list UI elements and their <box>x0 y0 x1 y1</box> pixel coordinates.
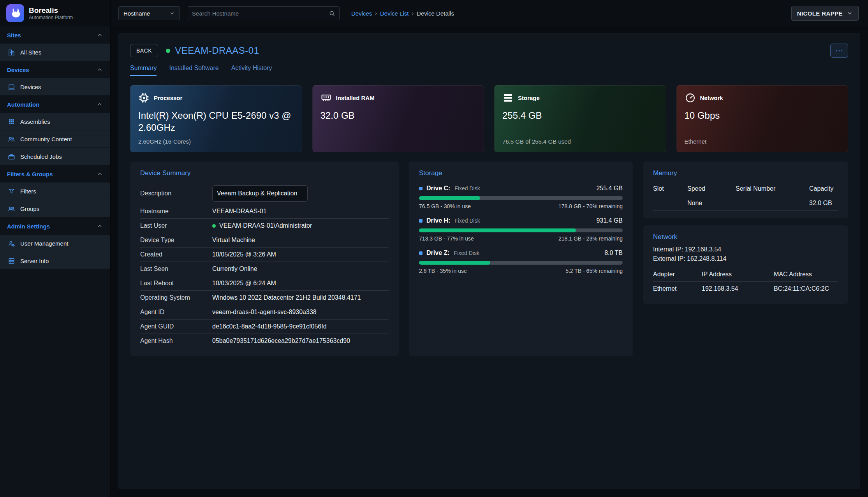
sidebar-section-admin-settings[interactable]: Admin Settings <box>0 218 110 235</box>
summary-row-last-seen: Last Seen Currently Online <box>140 262 389 276</box>
breadcrumb-device-list[interactable]: Device List <box>380 10 408 17</box>
search-input[interactable] <box>192 10 329 17</box>
laptop-icon <box>8 83 15 91</box>
chevron-up-icon <box>96 101 103 108</box>
table-cell: BC:24:11:CA:C6:2C <box>774 282 838 296</box>
summary-row-agent-hash: Agent Hash 05ba0e7935171d626ecea29b27d7a… <box>140 334 389 348</box>
sidebar-item-devices[interactable]: Devices <box>0 78 110 96</box>
card-footer: Ethernet <box>685 138 840 145</box>
drive-usage-bar <box>419 196 623 200</box>
row-value: Virtual Machine <box>212 237 255 244</box>
user-menu-button[interactable]: NICOLE RAPPE <box>791 6 859 21</box>
storage-stack-icon <box>502 92 514 104</box>
sidebar-item-community-content[interactable]: Community Content <box>0 130 110 148</box>
internal-ip: Internal IP: 192.168.3.54 <box>653 245 838 254</box>
borealis-logo-icon <box>6 4 24 22</box>
row-value: Currently Online <box>212 265 257 272</box>
drive-remaining-text: 178.8 GB - 70% remaining <box>558 203 623 209</box>
breadcrumb: Devices › Device List › Device Details <box>351 10 454 17</box>
card-value: 255.4 GB <box>502 109 658 121</box>
brand-header[interactable]: Borealis Automation Platform <box>0 0 110 26</box>
summary-row-device-type: Device Type Virtual Machine <box>140 233 389 248</box>
more-actions-button[interactable]: ⋯ <box>830 44 848 58</box>
row-label: Operating System <box>140 294 212 301</box>
drive-type: Fixed Disk <box>454 185 480 191</box>
section-label: Admin Settings <box>7 223 50 230</box>
page-title: VEEAM-DRAAS-01 <box>175 45 259 56</box>
row-value: VEEAM-DRAAS-01\Administrator <box>212 222 312 229</box>
topbar: Hostname Devices › Device List › Device … <box>111 0 868 26</box>
network-speed-icon <box>685 92 696 104</box>
back-button[interactable]: BACK <box>130 44 158 57</box>
panel-title: Memory <box>653 169 838 177</box>
drive-name: Drive Z: <box>426 249 450 256</box>
ram-card: Installed RAM 32.0 GB <box>312 85 484 152</box>
ip-summary: Internal IP: 192.168.3.54 External IP: 1… <box>653 245 838 263</box>
drive-icon <box>419 187 423 190</box>
sidebar-item-label: Assemblies <box>20 118 50 125</box>
main-column: Hostname Devices › Device List › Device … <box>111 0 868 497</box>
card-title: Installed RAM <box>336 95 375 101</box>
sidebar-section-sites[interactable]: Sites <box>0 26 110 44</box>
funnel-icon <box>8 188 15 195</box>
drive-size: 931.4 GB <box>596 217 623 224</box>
drive-row-h: Drive H: Fixed Disk 931.4 GB 713.3 GB - … <box>419 217 623 242</box>
drive-size: 8.0 TB <box>604 249 623 256</box>
drive-name: Drive C: <box>426 185 450 192</box>
dropdown-value: Hostname <box>123 10 150 17</box>
sidebar-item-all-sites[interactable]: All Sites <box>0 44 110 61</box>
row-value: VEEAM-DRAAS-01 <box>212 208 267 215</box>
card-footer <box>320 138 476 145</box>
sidebar-item-user-management[interactable]: User Management <box>0 235 110 252</box>
sidebar-item-label: Community Content <box>20 136 72 142</box>
sidebar-item-filters[interactable]: Filters <box>0 183 110 200</box>
summary-row-created: Created 10/05/2025 @ 3:26 AM <box>140 248 389 262</box>
row-label: Last Reboot <box>140 280 212 287</box>
sidebar-item-assemblies[interactable]: Assemblies <box>0 113 110 130</box>
column-header: Capacity <box>809 182 838 196</box>
sidebar-item-scheduled-jobs[interactable]: Scheduled Jobs <box>0 148 110 165</box>
chevron-up-icon <box>96 223 103 230</box>
panel-title: Device Summary <box>140 169 389 177</box>
page-header: BACK VEEAM-DRAAS-01 ⋯ <box>130 44 848 58</box>
summary-row-last-user: Last User VEEAM-DRAAS-01\Administrator <box>140 219 389 233</box>
app-root: Borealis Automation Platform Sites All S… <box>0 0 868 497</box>
search-icon[interactable] <box>329 10 335 17</box>
sidebar-item-label: User Management <box>20 240 68 247</box>
drive-used-text: 713.3 GB - 77% in use <box>419 235 474 242</box>
chevron-up-icon <box>96 170 103 177</box>
breadcrumb-devices[interactable]: Devices <box>351 10 372 17</box>
ram-icon <box>320 92 332 104</box>
column-header: Speed <box>687 182 736 196</box>
sidebar-section-automation[interactable]: Automation <box>0 96 110 113</box>
row-value: de16c0c1-8aa2-4d18-9585-9ce91cf056fd <box>212 323 327 330</box>
description-input[interactable] <box>212 185 308 202</box>
sidebar-section-filters-groups[interactable]: Filters & Groups <box>0 165 110 183</box>
drive-remaining-text: 5.2 TB - 65% remaining <box>565 268 623 274</box>
tab-installed-software[interactable]: Installed Software <box>169 65 218 76</box>
people-icon <box>8 205 15 212</box>
tab-activity-history[interactable]: Activity History <box>231 65 272 76</box>
summary-row-agent-id: Agent ID veeam-draas-01-agent-svc-8930a3… <box>140 305 389 320</box>
table-cell: Ethernet <box>653 282 702 296</box>
table-cell: None <box>687 196 736 211</box>
grid-icon <box>8 118 15 125</box>
tab-summary[interactable]: Summary <box>130 65 157 76</box>
server-icon <box>8 257 15 265</box>
brand-text: Borealis Automation Platform <box>29 6 73 20</box>
table-cell <box>653 196 687 211</box>
row-label: Agent Hash <box>140 337 212 344</box>
search-field-dropdown[interactable]: Hostname <box>118 6 180 20</box>
building-icon <box>8 49 15 56</box>
sidebar-item-groups[interactable]: Groups <box>0 200 110 218</box>
summary-row-operating-system: Operating System Windows 10 2022 Datacen… <box>140 291 389 305</box>
detail-panels-row: Device Summary Description Hostname VEEA… <box>130 162 848 356</box>
online-dot <box>212 224 216 228</box>
storage-panel: Storage Drive C: Fixed Disk 255.4 GB 76.… <box>409 162 633 356</box>
network-table: Adapter IP Address MAC Address Ethernet … <box>653 267 838 296</box>
sidebar-section-devices[interactable]: Devices <box>0 61 110 78</box>
sidebar-item-server-info[interactable]: Server Info <box>0 252 110 270</box>
device-details-page: BACK VEEAM-DRAAS-01 ⋯ Summary Installed … <box>118 33 860 489</box>
row-value: 05ba0e7935171d626ecea29b27d7ae175363cd90 <box>212 337 350 344</box>
device-summary-panel: Device Summary Description Hostname VEEA… <box>130 162 399 356</box>
